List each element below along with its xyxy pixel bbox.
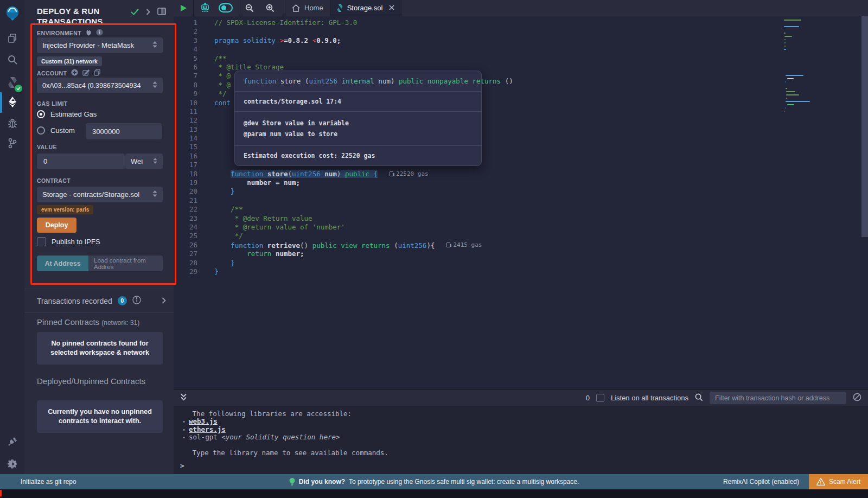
- terminal-lines: The following libraries are accessible:•…: [180, 410, 868, 457]
- contract-select[interactable]: Storage - contracts/Storage.sol: [37, 187, 163, 202]
- network-badge: Custom (31) network: [37, 56, 102, 66]
- compile-success-badge: [15, 85, 22, 92]
- scam-alert-button[interactable]: Scam Alert: [809, 474, 868, 489]
- function-hover-tooltip: function store (uint256 internal num) pu…: [234, 71, 482, 166]
- radio-unselected-icon: [37, 126, 45, 135]
- terminal-link[interactable]: ethers.js: [189, 426, 226, 433]
- publish-ipfs-checkbox[interactable]: [37, 237, 46, 246]
- deployed-contracts-title: Deployed/Unpinned Contracts: [37, 376, 145, 386]
- sign-message-icon[interactable]: [82, 69, 90, 77]
- clear-console-icon[interactable]: [853, 393, 861, 403]
- publish-ipfs-row[interactable]: Publish to IPFS: [37, 237, 100, 246]
- editor-gutter: 1234567891011121314151617181920212223242…: [174, 18, 205, 276]
- estimated-gas-radio[interactable]: Estimated Gas: [37, 110, 97, 118]
- custom-gas-radio[interactable]: Custom: [37, 126, 75, 135]
- status-bar: Initialize as git repo Did you know? To …: [0, 474, 868, 489]
- activity-bar: [0, 0, 24, 474]
- environment-label: ENVIRONMENT i: [37, 29, 103, 37]
- terminal-collapse-icon[interactable]: [180, 393, 187, 403]
- deploy-run-icon[interactable]: [0, 92, 24, 112]
- zoom-out-icon[interactable]: [239, 0, 260, 16]
- environment-info-icon[interactable]: i: [96, 29, 103, 37]
- editor-scrollbar[interactable]: [861, 16, 868, 237]
- solidity-compiler-icon[interactable]: [0, 73, 24, 92]
- run-script-button[interactable]: [174, 0, 193, 16]
- listen-all-label: Listen on all transactions: [611, 394, 688, 402]
- code-editor[interactable]: 1234567891011121314151617181920212223242…: [174, 16, 868, 390]
- terminal-toolbar: 0 Listen on all transactions Filter with…: [174, 390, 868, 406]
- editor-tabbar: Home Storage.sol: [174, 0, 868, 16]
- listen-all-checkbox[interactable]: [596, 394, 604, 402]
- remix-logo[interactable]: [0, 3, 24, 23]
- settings-icon[interactable]: [0, 454, 24, 473]
- search-icon[interactable]: [0, 50, 24, 69]
- close-tab-icon[interactable]: [389, 4, 394, 12]
- terminal-link[interactable]: web3.js: [189, 418, 218, 425]
- copilot-toggle[interactable]: [213, 0, 239, 16]
- terminal-output[interactable]: The following libraries are accessible:•…: [174, 406, 868, 474]
- copilot-status[interactable]: RemixAI Copilot (enabled): [723, 478, 799, 486]
- chevron-updown-icon: [152, 41, 157, 49]
- value-label: VALUE: [37, 144, 57, 150]
- contract-label: CONTRACT: [37, 177, 71, 184]
- bottom-strip: [0, 489, 868, 498]
- git-init-button[interactable]: Initialize as git repo: [0, 478, 76, 486]
- custom-gas-input[interactable]: 3000000: [86, 123, 162, 139]
- pinned-contracts-title: Pinned Contracts (network: 31): [37, 317, 139, 327]
- deploy-run-panel: DEPLOY & RUN TRANSACTIONS ENVIRONMENT i …: [24, 0, 174, 474]
- copy-account-icon[interactable]: [94, 69, 100, 77]
- tab-home[interactable]: Home: [285, 0, 330, 16]
- tooltip-signature: function store (uint256 internal num) pu…: [235, 71, 481, 92]
- add-account-icon[interactable]: [71, 69, 78, 77]
- at-address-input[interactable]: Load contract from Addres: [88, 256, 163, 271]
- filter-input[interactable]: Filter with transaction hash or address: [710, 392, 846, 404]
- plugin-manager-icon[interactable]: [0, 432, 24, 451]
- transactions-info-icon[interactable]: [132, 296, 141, 307]
- terminal-search-icon[interactable]: [695, 393, 703, 403]
- gas-limit-label: GAS LIMIT: [37, 100, 68, 107]
- debugger-icon[interactable]: [0, 114, 24, 133]
- warning-icon: [816, 478, 825, 486]
- ai-copilot-icon[interactable]: [194, 0, 213, 16]
- file-explorer-icon[interactable]: [0, 28, 24, 48]
- panel-title: DEPLOY & RUN TRANSACTIONS: [37, 6, 124, 27]
- terminal-prompt[interactable]: >: [180, 462, 184, 470]
- tooltip-natspec: @dev Store value in variable @param num …: [235, 112, 481, 146]
- environment-select[interactable]: Injected Provider - MetaMask: [37, 37, 163, 53]
- account-label: ACCOUNT: [37, 69, 100, 77]
- remix-ide-window: DEPLOY & RUN TRANSACTIONS ENVIRONMENT i …: [0, 0, 868, 498]
- deploy-button[interactable]: Deploy: [37, 218, 76, 233]
- transactions-recorded-row[interactable]: Transactions recorded 0: [24, 289, 174, 313]
- at-address-button[interactable]: At Address: [37, 256, 88, 271]
- git-icon[interactable]: [0, 133, 24, 153]
- panel-collapse-icon[interactable]: [146, 8, 150, 17]
- editor-minimap[interactable]: [784, 18, 833, 113]
- transactions-count-badge: 0: [118, 296, 127, 305]
- lightbulb-icon: [289, 478, 295, 486]
- radio-selected-icon: [37, 110, 45, 118]
- red-notch: [0, 490, 2, 496]
- panel-check-icon: [131, 8, 139, 17]
- deployed-contracts-empty: Currently you have no unpinnedcontracts …: [37, 400, 163, 433]
- panel-pin-icon[interactable]: [157, 8, 166, 17]
- svg-text:i: i: [99, 30, 100, 35]
- value-input[interactable]: 0: [37, 154, 125, 169]
- transaction-count: 0: [586, 394, 590, 402]
- evm-version-badge: evm version: paris: [37, 205, 93, 214]
- tooltip-file-location: contracts/Storage.sol 17:4: [235, 92, 481, 112]
- tooltip-gas-estimate: Estimated execution cost: 22520 gas: [235, 146, 481, 165]
- value-unit-select[interactable]: Wei: [125, 154, 163, 169]
- tab-storage-sol[interactable]: Storage.sol: [330, 0, 402, 16]
- pinned-contracts-empty: No pinned contracts found forselected wo…: [37, 332, 163, 365]
- account-select[interactable]: 0xA03...85ac4 (0.398673504934: [37, 78, 163, 93]
- transactions-expand-icon[interactable]: [162, 296, 166, 306]
- plug-small-icon[interactable]: [86, 29, 92, 37]
- main-area: Home Storage.sol 12345678910111213141516…: [174, 0, 868, 474]
- zoom-in-icon[interactable]: [260, 0, 280, 16]
